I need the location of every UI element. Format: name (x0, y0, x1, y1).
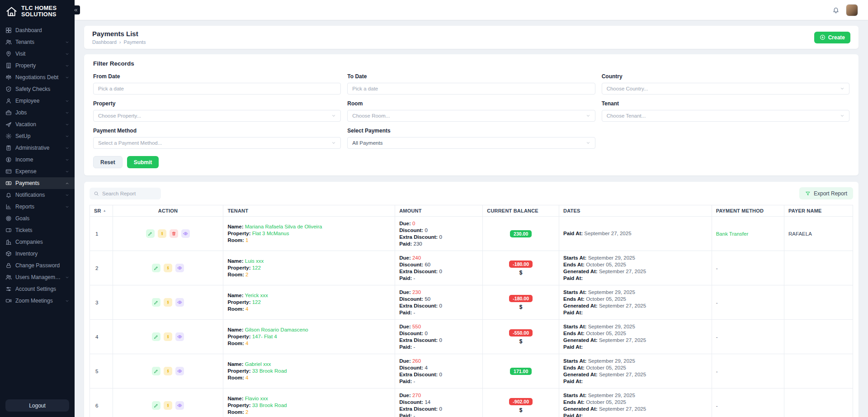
view-action-button[interactable] (181, 229, 190, 238)
sidebar-item-tenants[interactable]: Tenants (0, 36, 75, 48)
reset-button[interactable]: Reset (93, 156, 123, 168)
export-report-button[interactable]: Export Report (799, 187, 853, 199)
property-link[interactable]: 122 (252, 265, 261, 270)
sidebar-item-zoom-meetings[interactable]: Zoom Meetings (0, 295, 75, 307)
payment-action-button[interactable] (164, 298, 172, 307)
filter-field-to-date: To Date (347, 73, 595, 95)
cell-sr: 1 (90, 217, 113, 251)
column-header-sr[interactable]: SR▲ (90, 205, 113, 217)
sidebar-item-safety-checks[interactable]: Safety Checks (0, 83, 75, 95)
balance-badge: -550.00 (509, 329, 533, 336)
sidebar-item-dashboard[interactable]: Dashboard (0, 24, 75, 36)
payment-row-4: 4 Name: Gilson Rosario Damasceno Propert… (90, 320, 853, 354)
column-header-payment-method[interactable]: PAYMENT METHOD (712, 205, 784, 217)
sidebar-item-users-management[interactable]: Users Management (0, 271, 75, 283)
sidebar-item-account-settings[interactable]: Account Settings (0, 283, 75, 295)
sort-ascending-icon[interactable]: ▲ (103, 209, 106, 212)
sidebar-item-goals[interactable]: Goals (0, 213, 75, 224)
room-value: 1 (245, 237, 248, 243)
sidebar-item-employee[interactable]: Employee (0, 95, 75, 107)
sidebar-item-visit[interactable]: Visit (0, 48, 75, 60)
sidebar-item-vacation[interactable]: Vacation (0, 118, 75, 130)
cell-action (113, 320, 223, 354)
sidebar-item-administrative[interactable]: Administrative (0, 142, 75, 154)
payment-action-button[interactable] (164, 332, 172, 341)
tenant-select[interactable]: Choose Tenant... (602, 110, 849, 122)
sidebar-toggle-button[interactable] (71, 5, 80, 14)
create-button[interactable]: Create (814, 32, 850, 43)
avatar[interactable] (846, 4, 858, 16)
payment-action-button[interactable] (164, 264, 172, 272)
edit-action-button[interactable] (152, 367, 160, 375)
tenant-name-link[interactable]: Flavio xxx (245, 396, 268, 401)
plus-circle-icon (820, 34, 826, 40)
select-payments-select[interactable]: All Payments (347, 137, 595, 149)
breadcrumb-item-payments[interactable]: Payments (124, 39, 146, 45)
sidebar-item-payments[interactable]: Payments (0, 177, 75, 189)
from-date-input[interactable] (93, 83, 341, 95)
room-value: 2 (245, 409, 248, 415)
sidebar-item-companies[interactable]: Companies (0, 236, 75, 248)
column-header-action[interactable]: ACTION (113, 205, 223, 217)
column-header-amount[interactable]: AMOUNT (395, 205, 483, 217)
payment-action-button[interactable] (164, 401, 172, 410)
property-link[interactable]: 147- Flat 4 (252, 334, 277, 339)
view-action-button[interactable] (175, 332, 184, 341)
room-select[interactable]: Choose Room... (347, 110, 595, 122)
sidebar-item-property[interactable]: Property (0, 60, 75, 71)
submit-button[interactable]: Submit (127, 156, 159, 168)
search-input[interactable] (90, 188, 161, 199)
view-action-button[interactable] (175, 367, 184, 375)
sidebar-item-negotiations-debt[interactable]: Negotiations Debt (0, 71, 75, 83)
breadcrumb-item-dashboard[interactable]: Dashboard (92, 39, 117, 45)
delete-action-button[interactable] (170, 229, 178, 238)
cell-balance: -550.00 $ (483, 320, 559, 354)
tenant-name-link[interactable]: Mariana Rafaela Silva de Oliveira (245, 224, 322, 229)
cell-amount: Due: 0 Discount: 0 Extra Discount: 0 Pai… (395, 217, 483, 251)
brand-logo[interactable]: TLC HOMESSOLUTIONS (0, 0, 75, 24)
sidebar-item-inventory[interactable]: Inventory (0, 248, 75, 260)
cell-dates: Starts At: September 29, 2025Ends At: Oc… (559, 389, 712, 417)
property-link[interactable]: Flat 3 McManus (252, 231, 289, 236)
edit-action-button[interactable] (152, 264, 160, 272)
payment-action-button[interactable] (158, 229, 166, 238)
view-action-button[interactable] (175, 401, 184, 410)
property-link[interactable]: 122 (252, 299, 261, 305)
tenant-name-link[interactable]: Gilson Rosario Damasceno (245, 327, 308, 332)
tenant-name-link[interactable]: Gabriel xxx (245, 361, 271, 367)
sidebar-item-change-password[interactable]: Change Password (0, 260, 75, 271)
sidebar-item-tickets[interactable]: Tickets (0, 224, 75, 236)
cell-tenant: Name: Yerick xxx Property: 122 Room: 4 (223, 285, 395, 320)
eye-icon (177, 369, 182, 374)
payment-action-button[interactable] (164, 367, 172, 375)
column-header-current-balance[interactable]: CURRENT BALANCE (483, 205, 559, 217)
payment-method-select[interactable]: Select a Payment Method... (93, 137, 341, 149)
edit-action-button[interactable] (152, 401, 160, 410)
edit-action-button[interactable] (146, 229, 155, 238)
tenant-name-link[interactable]: Yerick xxx (245, 293, 268, 298)
column-header-tenant[interactable]: TENANT (223, 205, 395, 217)
column-header-dates[interactable]: DATES (559, 205, 712, 217)
view-action-button[interactable] (175, 298, 184, 307)
sidebar-item-jobs[interactable]: Jobs (0, 107, 75, 118)
tenant-name-link[interactable]: Luis xxx (245, 258, 264, 264)
sidebar-item-income[interactable]: Income (0, 154, 75, 166)
sidebar-item-reports[interactable]: Reports (0, 201, 75, 213)
property-select[interactable]: Choose Property... (93, 110, 341, 122)
cell-balance: -902.00 $ (483, 389, 559, 417)
column-header-payer-name[interactable]: PAYER NAME (784, 205, 853, 217)
filter-field-room: Room Choose Room... (347, 100, 595, 122)
property-link[interactable]: 33 Brook Road (252, 403, 287, 408)
view-action-button[interactable] (175, 264, 184, 272)
sidebar-menu: Dashboard Tenants Visit Property Negotia… (0, 24, 75, 395)
sidebar-item-notifications[interactable]: Notifications (0, 189, 75, 201)
country-select[interactable]: Choose Country... (602, 83, 849, 95)
sidebar-item-setup[interactable]: SetUp (0, 130, 75, 142)
to-date-input[interactable] (347, 83, 595, 95)
sidebar-item-expense[interactable]: Expense (0, 166, 75, 177)
logout-button[interactable]: Logout (5, 399, 69, 412)
property-link[interactable]: 33 Brook Road (252, 368, 287, 374)
bell-icon[interactable] (832, 6, 840, 14)
edit-action-button[interactable] (152, 298, 160, 307)
edit-action-button[interactable] (152, 332, 160, 341)
